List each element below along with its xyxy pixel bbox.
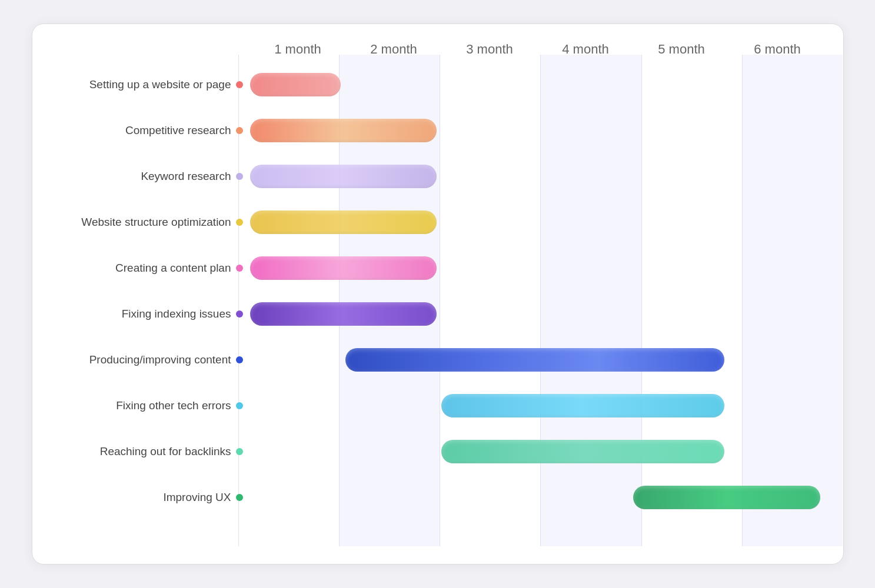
gantt-bar (250, 73, 341, 96)
month-header-1: 1 month (250, 42, 346, 62)
gantt-bar (441, 440, 724, 463)
bars-area (250, 245, 826, 291)
row-label: Fixing indexing issues (44, 308, 250, 320)
bars-area (250, 153, 826, 199)
row-label: Setting up a website or page (44, 78, 250, 91)
month-header-6: 6 month (730, 42, 826, 62)
table-row: Producing/improving content (44, 337, 826, 383)
gantt-bar (345, 348, 724, 372)
gantt-bar (250, 165, 437, 188)
table-row: Creating a content plan (44, 245, 826, 291)
bars-area (250, 291, 826, 337)
row-label: Website structure optimization (44, 216, 250, 229)
row-label: Producing/improving content (44, 353, 250, 366)
month-header-4: 4 month (538, 42, 634, 62)
bars-area (250, 337, 826, 383)
row-label: Reaching out for backlinks (44, 445, 250, 458)
table-row: Improving UX (44, 475, 826, 520)
row-label: Keyword research (44, 170, 250, 183)
bars-area (250, 383, 826, 429)
row-dot (236, 81, 243, 88)
table-row: Fixing other tech errors (44, 383, 826, 429)
table-row: Competitive research (44, 108, 826, 153)
table-row: Setting up a website or page (44, 62, 826, 108)
month-header-2: 2 month (346, 42, 442, 62)
gantt-bar (250, 119, 437, 142)
gantt-bar (250, 256, 437, 280)
table-row: Reaching out for backlinks (44, 429, 826, 475)
row-label: Creating a content plan (44, 262, 250, 275)
bars-area (250, 429, 826, 475)
bars-area (250, 62, 826, 108)
gantt-bar (250, 211, 437, 234)
row-label: Fixing other tech errors (44, 399, 250, 412)
month-header-3: 3 month (442, 42, 538, 62)
table-row: Website structure optimization (44, 199, 826, 245)
row-dot (236, 310, 243, 318)
row-label: Competitive research (44, 124, 250, 137)
row-dot (236, 494, 243, 501)
gantt-chart: 1 month2 month3 month4 month5 month6 mon… (32, 24, 844, 564)
row-dot (236, 356, 243, 363)
table-row: Fixing indexing issues (44, 291, 826, 337)
gantt-bar (250, 302, 437, 326)
gantt-bar (441, 394, 724, 417)
row-label: Improving UX (44, 491, 250, 504)
bars-area (250, 475, 826, 520)
month-header-5: 5 month (634, 42, 730, 62)
row-dot (236, 448, 243, 455)
gantt-bar (633, 486, 820, 509)
row-dot (236, 219, 243, 226)
row-dot (236, 265, 243, 272)
row-dot (236, 402, 243, 409)
bars-area (250, 199, 826, 245)
row-dot (236, 173, 243, 180)
bars-area (250, 108, 826, 153)
row-dot (236, 127, 243, 134)
table-row: Keyword research (44, 153, 826, 199)
